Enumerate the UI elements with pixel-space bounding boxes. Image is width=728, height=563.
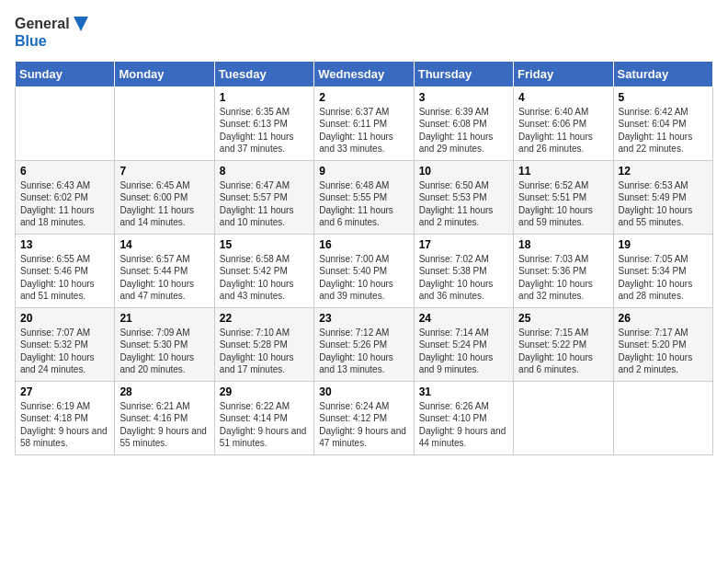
day-number: 9 — [319, 165, 408, 178]
day-info: Sunrise: 6:37 AMSunset: 6:11 PMDaylight:… — [319, 106, 408, 155]
day-cell: 5Sunrise: 6:42 AMSunset: 6:04 PMDaylight… — [613, 86, 712, 160]
day-info: Sunrise: 6:43 AMSunset: 6:02 PMDaylight:… — [20, 179, 109, 229]
day-info: Sunrise: 6:53 AMSunset: 5:49 PMDaylight:… — [619, 179, 708, 229]
day-number: 11 — [518, 165, 608, 178]
day-info: Sunrise: 6:55 AMSunset: 5:46 PMDaylight:… — [20, 253, 109, 303]
day-cell: 29Sunrise: 6:22 AMSunset: 4:14 PMDayligh… — [214, 381, 313, 454]
day-number: 29 — [220, 385, 309, 398]
day-cell: 4Sunrise: 6:40 AMSunset: 6:06 PMDaylight… — [514, 86, 613, 160]
day-number: 3 — [419, 91, 508, 104]
day-cell: 19Sunrise: 7:05 AMSunset: 5:34 PMDayligh… — [613, 234, 712, 307]
svg-marker-0 — [74, 17, 88, 31]
day-number: 31 — [419, 385, 508, 398]
day-number: 30 — [319, 385, 408, 398]
day-info: Sunrise: 7:10 AMSunset: 5:28 PMDaylight:… — [220, 327, 309, 376]
calendar-table: SundayMondayTuesdayWednesdayThursdayFrid… — [15, 61, 713, 455]
day-cell: 6Sunrise: 6:43 AMSunset: 6:02 PMDaylight… — [16, 160, 115, 234]
day-cell: 10Sunrise: 6:50 AMSunset: 5:53 PMDayligh… — [414, 160, 513, 234]
day-info: Sunrise: 7:09 AMSunset: 5:30 PMDaylight:… — [119, 327, 209, 376]
day-cell: 17Sunrise: 7:02 AMSunset: 5:38 PMDayligh… — [414, 234, 513, 307]
weekday-header-thursday: Thursday — [414, 61, 513, 86]
weekday-header-saturday: Saturday — [613, 61, 712, 86]
day-number: 23 — [319, 312, 408, 325]
day-cell — [613, 381, 712, 454]
logo-text-blue: Blue — [15, 33, 90, 50]
day-number: 14 — [119, 238, 209, 251]
day-cell: 30Sunrise: 6:24 AMSunset: 4:12 PMDayligh… — [314, 381, 414, 454]
day-info: Sunrise: 6:57 AMSunset: 5:44 PMDaylight:… — [119, 253, 209, 303]
day-number: 2 — [319, 91, 408, 104]
day-number: 5 — [619, 91, 708, 104]
day-cell: 22Sunrise: 7:10 AMSunset: 5:28 PMDayligh… — [214, 307, 313, 381]
day-number: 27 — [20, 385, 109, 398]
day-cell — [115, 86, 214, 160]
weekday-header-wednesday: Wednesday — [314, 61, 414, 86]
day-cell: 25Sunrise: 7:15 AMSunset: 5:22 PMDayligh… — [514, 307, 613, 381]
day-cell: 2Sunrise: 6:37 AMSunset: 6:11 PMDaylight… — [314, 86, 414, 160]
day-info: Sunrise: 6:48 AMSunset: 5:55 PMDaylight:… — [319, 179, 408, 229]
weekday-header-tuesday: Tuesday — [214, 61, 313, 86]
day-info: Sunrise: 7:05 AMSunset: 5:34 PMDaylight:… — [619, 253, 708, 303]
day-cell: 8Sunrise: 6:47 AMSunset: 5:57 PMDaylight… — [214, 160, 313, 234]
day-info: Sunrise: 6:26 AMSunset: 4:10 PMDaylight:… — [419, 400, 508, 450]
day-number: 19 — [619, 238, 708, 251]
day-cell: 1Sunrise: 6:35 AMSunset: 6:13 PMDaylight… — [214, 86, 313, 160]
day-info: Sunrise: 6:19 AMSunset: 4:18 PMDaylight:… — [20, 400, 109, 450]
day-info: Sunrise: 6:45 AMSunset: 6:00 PMDaylight:… — [119, 179, 209, 229]
weekday-header-monday: Monday — [115, 61, 214, 86]
week-row-2: 6Sunrise: 6:43 AMSunset: 6:02 PMDaylight… — [16, 160, 713, 234]
day-cell: 16Sunrise: 7:00 AMSunset: 5:40 PMDayligh… — [314, 234, 414, 307]
day-number: 26 — [619, 312, 708, 325]
day-number: 24 — [419, 312, 508, 325]
day-info: Sunrise: 6:58 AMSunset: 5:42 PMDaylight:… — [220, 253, 309, 303]
week-row-4: 20Sunrise: 7:07 AMSunset: 5:32 PMDayligh… — [16, 307, 713, 381]
day-info: Sunrise: 6:21 AMSunset: 4:16 PMDaylight:… — [119, 400, 209, 450]
day-info: Sunrise: 6:52 AMSunset: 5:51 PMDaylight:… — [518, 179, 608, 229]
day-info: Sunrise: 7:12 AMSunset: 5:26 PMDaylight:… — [319, 327, 408, 376]
day-info: Sunrise: 6:22 AMSunset: 4:14 PMDaylight:… — [220, 400, 309, 450]
day-info: Sunrise: 6:40 AMSunset: 6:06 PMDaylight:… — [518, 106, 608, 155]
day-number: 15 — [220, 238, 309, 251]
day-cell: 23Sunrise: 7:12 AMSunset: 5:26 PMDayligh… — [314, 307, 414, 381]
logo-text-general: General — [15, 16, 70, 32]
day-number: 20 — [20, 312, 109, 325]
day-number: 16 — [319, 238, 408, 251]
day-number: 21 — [119, 312, 209, 325]
day-cell: 14Sunrise: 6:57 AMSunset: 5:44 PMDayligh… — [115, 234, 214, 307]
day-number: 17 — [419, 238, 508, 251]
week-row-1: 1Sunrise: 6:35 AMSunset: 6:13 PMDaylight… — [16, 86, 713, 160]
day-cell: 18Sunrise: 7:03 AMSunset: 5:36 PMDayligh… — [514, 234, 613, 307]
day-number: 8 — [220, 165, 309, 178]
day-cell: 13Sunrise: 6:55 AMSunset: 5:46 PMDayligh… — [16, 234, 115, 307]
day-info: Sunrise: 7:00 AMSunset: 5:40 PMDaylight:… — [319, 253, 408, 303]
day-info: Sunrise: 7:02 AMSunset: 5:38 PMDaylight:… — [419, 253, 508, 303]
day-number: 10 — [419, 165, 508, 178]
weekday-header-sunday: Sunday — [16, 61, 115, 86]
day-cell: 31Sunrise: 6:26 AMSunset: 4:10 PMDayligh… — [414, 381, 513, 454]
day-number: 7 — [119, 165, 209, 178]
weekday-header-friday: Friday — [514, 61, 613, 86]
day-cell: 27Sunrise: 6:19 AMSunset: 4:18 PMDayligh… — [16, 381, 115, 454]
day-cell: 24Sunrise: 7:14 AMSunset: 5:24 PMDayligh… — [414, 307, 513, 381]
day-cell — [16, 86, 115, 160]
day-info: Sunrise: 7:17 AMSunset: 5:20 PMDaylight:… — [619, 327, 708, 376]
day-number: 28 — [119, 385, 209, 398]
day-info: Sunrise: 6:24 AMSunset: 4:12 PMDaylight:… — [319, 400, 408, 450]
day-cell: 21Sunrise: 7:09 AMSunset: 5:30 PMDayligh… — [115, 307, 214, 381]
day-cell: 11Sunrise: 6:52 AMSunset: 5:51 PMDayligh… — [514, 160, 613, 234]
day-cell: 20Sunrise: 7:07 AMSunset: 5:32 PMDayligh… — [16, 307, 115, 381]
day-number: 18 — [518, 238, 608, 251]
day-info: Sunrise: 7:14 AMSunset: 5:24 PMDaylight:… — [419, 327, 508, 376]
day-cell: 3Sunrise: 6:39 AMSunset: 6:08 PMDaylight… — [414, 86, 513, 160]
day-info: Sunrise: 6:47 AMSunset: 5:57 PMDaylight:… — [220, 179, 309, 229]
weekday-header-row: SundayMondayTuesdayWednesdayThursdayFrid… — [16, 61, 713, 86]
day-info: Sunrise: 7:03 AMSunset: 5:36 PMDaylight:… — [518, 253, 608, 303]
day-cell — [514, 381, 613, 454]
day-number: 6 — [20, 165, 109, 178]
day-info: Sunrise: 6:39 AMSunset: 6:08 PMDaylight:… — [419, 106, 508, 155]
day-info: Sunrise: 7:07 AMSunset: 5:32 PMDaylight:… — [20, 327, 109, 376]
day-number: 12 — [619, 165, 708, 178]
day-number: 25 — [518, 312, 608, 325]
day-info: Sunrise: 6:50 AMSunset: 5:53 PMDaylight:… — [419, 179, 508, 229]
day-number: 13 — [20, 238, 109, 251]
